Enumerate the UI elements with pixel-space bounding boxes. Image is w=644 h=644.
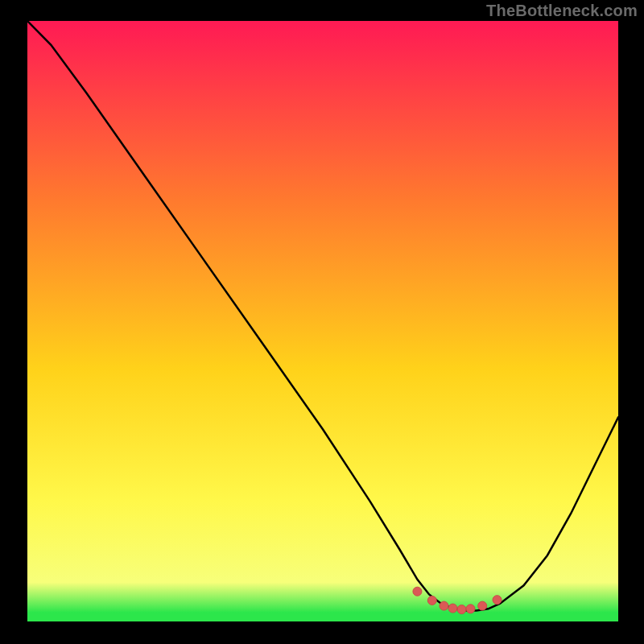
optimal-dot xyxy=(448,604,457,613)
optimal-dot xyxy=(478,601,487,610)
chart-stage: TheBottleneck.com xyxy=(0,0,644,644)
optimal-dot xyxy=(440,601,448,610)
watermark-label: TheBottleneck.com xyxy=(486,2,638,20)
optimal-dot xyxy=(413,587,422,596)
optimal-dot xyxy=(466,605,475,613)
optimal-dot xyxy=(457,605,466,614)
optimal-dot xyxy=(427,596,436,605)
plot-svg xyxy=(27,21,618,621)
gradient-background xyxy=(27,21,618,621)
plot-area xyxy=(27,21,618,621)
optimal-dot xyxy=(493,596,502,605)
